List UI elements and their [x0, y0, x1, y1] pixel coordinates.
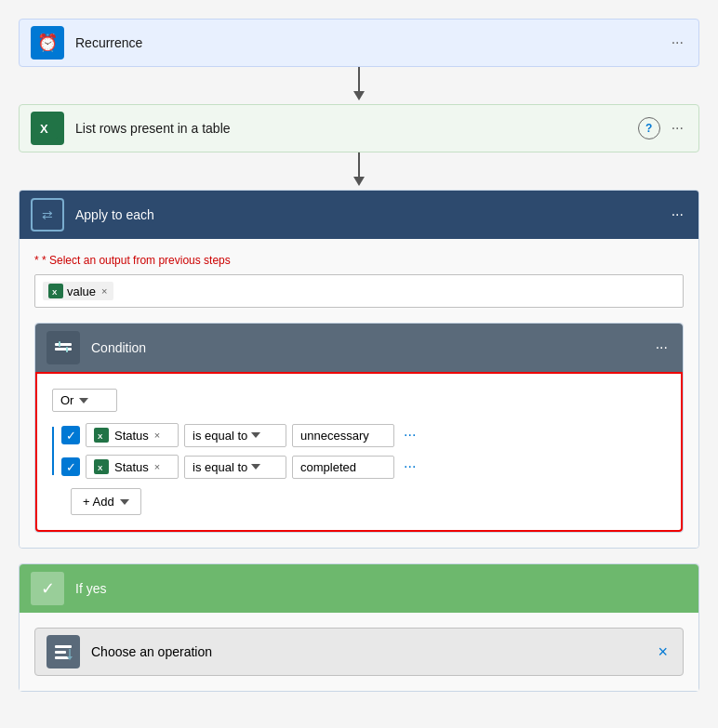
- svg-rect-17: [55, 651, 66, 654]
- condition-operator-label-2: is equal to: [193, 460, 247, 474]
- select-label: * * Select an output from previous steps: [34, 254, 684, 267]
- recurrence-title: Recurrence: [75, 35, 668, 50]
- condition-vertical-line: [52, 427, 54, 475]
- svg-rect-8: [55, 343, 72, 346]
- recurrence-more-button[interactable]: ···: [668, 31, 687, 55]
- svg-rect-18: [55, 656, 69, 659]
- svg-marker-5: [353, 177, 365, 186]
- svg-rect-10: [59, 341, 60, 347]
- list-rows-more-button[interactable]: ···: [668, 116, 687, 140]
- condition-field-remove-2[interactable]: ×: [154, 461, 160, 472]
- condition-body: Or X: [35, 372, 683, 532]
- or-chevron-icon: [79, 398, 88, 404]
- if-yes-body: Choose an operation ×: [20, 613, 698, 691]
- condition-header: Condition ···: [35, 324, 683, 372]
- svg-text:X: X: [40, 122, 48, 136]
- if-yes-icon: ✓: [31, 572, 64, 605]
- svg-marker-1: [353, 91, 365, 100]
- condition-operator-1[interactable]: is equal to: [184, 424, 286, 447]
- svg-text:X: X: [98, 464, 103, 472]
- svg-rect-9: [55, 348, 72, 351]
- table-row: X Status × is equal to completed: [61, 455, 666, 479]
- condition-field-1[interactable]: X Status ×: [86, 423, 179, 447]
- choose-op-close-button[interactable]: ×: [654, 639, 671, 666]
- check-icon: ✓: [41, 578, 55, 599]
- condition-title: Condition: [91, 340, 652, 355]
- add-chevron-icon: [120, 499, 129, 505]
- field-excel-icon-1: X: [94, 428, 109, 443]
- excel-icon: X: [31, 112, 64, 145]
- list-rows-title: List rows present in a table: [75, 121, 638, 136]
- choose-op-title: Choose an operation: [91, 644, 654, 659]
- field-excel-icon-2: X: [94, 459, 109, 474]
- svg-rect-11: [66, 347, 68, 352]
- condition-field-2[interactable]: X Status ×: [86, 455, 179, 479]
- condition-field-label-2: Status: [114, 460, 149, 474]
- operator-chevron-icon-2: [251, 464, 260, 470]
- table-row: X Status × is equal to unnecessary: [61, 423, 666, 447]
- or-dropdown[interactable]: Or: [52, 389, 117, 412]
- apply-each-more-button[interactable]: ···: [668, 203, 687, 227]
- condition-field-label-1: Status: [114, 429, 149, 443]
- condition-more-button[interactable]: ···: [652, 336, 671, 360]
- condition-value-2[interactable]: completed: [292, 456, 394, 479]
- value-tag-label: value: [67, 285, 96, 298]
- condition-row-more-1[interactable]: ···: [400, 425, 419, 445]
- condition-row-more-2[interactable]: ···: [400, 457, 419, 477]
- apply-each-title: Apply to each: [75, 207, 668, 222]
- condition-field-remove-1[interactable]: ×: [154, 430, 160, 441]
- condition-icon: [47, 331, 80, 364]
- arrow-1: [350, 67, 368, 104]
- if-yes-header: ✓ If yes: [20, 564, 698, 613]
- tag-excel-icon: X: [48, 284, 63, 298]
- choose-op-card: Choose an operation ×: [34, 628, 684, 676]
- apply-each-body: * * Select an output from previous steps…: [20, 239, 698, 548]
- condition-rows: X Status × is equal to unnecessary: [61, 423, 666, 479]
- arrow-2: [350, 152, 368, 190]
- svg-text:X: X: [52, 288, 58, 297]
- or-label: Or: [60, 393, 73, 407]
- choose-op-icon: [47, 635, 80, 668]
- condition-value-1[interactable]: unnecessary: [292, 424, 394, 447]
- condition-container: Condition ··· Or: [34, 323, 684, 533]
- condition-checkbox-1[interactable]: [61, 426, 80, 444]
- apply-each-header: ⇄ Apply to each ···: [20, 191, 698, 239]
- value-tag-row[interactable]: X value ×: [34, 274, 684, 308]
- if-yes-container: ✓ If yes Choose an operation ×: [19, 563, 699, 692]
- value-tag-remove[interactable]: ×: [101, 285, 107, 297]
- flow-canvas: ⏰ Recurrence ··· X List rows present in …: [19, 19, 699, 709]
- svg-rect-16: [55, 645, 72, 648]
- condition-operator-label-1: is equal to: [193, 429, 247, 443]
- recurrence-icon: ⏰: [31, 26, 64, 60]
- apply-each-icon: ⇄: [31, 198, 64, 232]
- add-label: + Add: [83, 495, 114, 509]
- svg-text:X: X: [98, 432, 103, 441]
- if-yes-title: If yes: [75, 581, 687, 596]
- operator-chevron-icon-1: [251, 432, 260, 438]
- apply-each-container: ⇄ Apply to each ··· * * Select an output…: [19, 190, 699, 549]
- condition-checkbox-2[interactable]: [61, 457, 80, 476]
- value-tag: X value ×: [43, 282, 113, 300]
- condition-rows-wrapper: X Status × is equal to unnecessary: [52, 423, 666, 479]
- list-rows-help-button[interactable]: ?: [638, 117, 660, 139]
- condition-operator-2[interactable]: is equal to: [184, 456, 286, 479]
- list-rows-card: X List rows present in a table ? ···: [19, 104, 699, 152]
- add-condition-button[interactable]: + Add: [71, 488, 141, 515]
- recurrence-card: ⏰ Recurrence ···: [19, 19, 699, 67]
